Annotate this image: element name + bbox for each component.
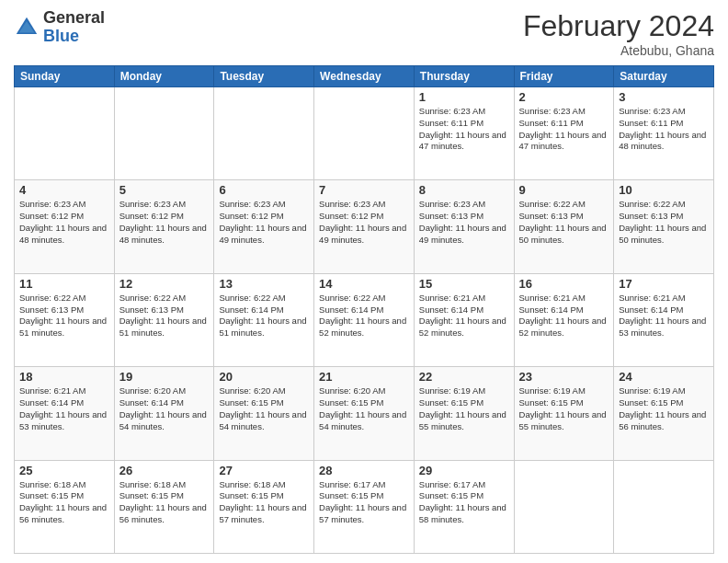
month-title: February 2024 [523,9,714,43]
day-info: Sunrise: 6:19 AMSunset: 6:15 PMDaylight:… [419,385,509,432]
day-number: 19 [119,370,210,384]
calendar-week-row: 4Sunrise: 6:23 AMSunset: 6:12 PMDaylight… [15,180,714,273]
day-info: Sunrise: 6:23 AMSunset: 6:11 PMDaylight:… [619,106,709,153]
location: Atebubu, Ghana [523,43,714,58]
day-info: Sunrise: 6:18 AMSunset: 6:15 PMDaylight:… [119,479,210,526]
calendar-cell [114,87,214,180]
day-number: 3 [619,90,709,104]
day-number: 4 [19,183,109,197]
calendar-cell: 3Sunrise: 6:23 AMSunset: 6:11 PMDaylight… [614,87,714,180]
day-header-friday: Friday [514,66,614,87]
day-info: Sunrise: 6:23 AMSunset: 6:11 PMDaylight:… [519,106,609,153]
day-number: 1 [419,90,509,104]
day-info: Sunrise: 6:17 AMSunset: 6:15 PMDaylight:… [319,479,409,526]
day-number: 27 [219,464,309,477]
calendar-cell: 22Sunrise: 6:19 AMSunset: 6:15 PMDayligh… [414,367,514,460]
day-info: Sunrise: 6:19 AMSunset: 6:15 PMDaylight:… [619,385,709,432]
day-info: Sunrise: 6:22 AMSunset: 6:14 PMDaylight:… [319,293,409,339]
calendar-table: SundayMondayTuesdayWednesdayThursdayFrid… [14,65,714,554]
day-info: Sunrise: 6:23 AMSunset: 6:13 PMDaylight:… [419,199,509,246]
day-info: Sunrise: 6:21 AMSunset: 6:14 PMDaylight:… [419,293,509,339]
day-number: 14 [319,277,409,291]
calendar-cell: 24Sunrise: 6:19 AMSunset: 6:15 PMDayligh… [614,367,714,460]
calendar-cell: 4Sunrise: 6:23 AMSunset: 6:12 PMDaylight… [15,180,115,273]
calendar-cell: 2Sunrise: 6:23 AMSunset: 6:11 PMDaylight… [514,87,614,180]
day-info: Sunrise: 6:23 AMSunset: 6:11 PMDaylight:… [419,106,509,153]
calendar-week-row: 1Sunrise: 6:23 AMSunset: 6:11 PMDaylight… [15,87,714,180]
calendar-cell: 7Sunrise: 6:23 AMSunset: 6:12 PMDaylight… [314,180,415,273]
calendar-cell: 23Sunrise: 6:19 AMSunset: 6:15 PMDayligh… [514,367,614,460]
day-number: 8 [419,183,509,197]
calendar-cell: 18Sunrise: 6:21 AMSunset: 6:14 PMDayligh… [15,367,115,460]
day-header-thursday: Thursday [414,66,514,87]
calendar-cell: 19Sunrise: 6:20 AMSunset: 6:14 PMDayligh… [114,367,214,460]
calendar-cell [15,87,115,180]
day-number: 17 [619,277,709,291]
calendar-cell [214,87,314,180]
day-number: 23 [519,370,609,384]
calendar-cell: 25Sunrise: 6:18 AMSunset: 6:15 PMDayligh… [15,460,115,553]
day-number: 16 [519,277,609,291]
calendar-week-row: 11Sunrise: 6:22 AMSunset: 6:13 PMDayligh… [15,273,714,366]
day-number: 6 [219,183,309,197]
day-header-tuesday: Tuesday [214,66,314,87]
calendar-cell: 11Sunrise: 6:22 AMSunset: 6:13 PMDayligh… [15,273,115,366]
day-info: Sunrise: 6:22 AMSunset: 6:13 PMDaylight:… [519,199,609,246]
day-info: Sunrise: 6:20 AMSunset: 6:14 PMDaylight:… [119,385,210,432]
logo-general-text: General [43,8,105,27]
day-info: Sunrise: 6:22 AMSunset: 6:14 PMDaylight:… [219,293,309,339]
day-number: 11 [19,277,109,291]
day-number: 2 [519,90,609,104]
logo-blue-text: Blue [43,27,79,45]
day-info: Sunrise: 6:18 AMSunset: 6:15 PMDaylight:… [19,479,109,526]
calendar-cell: 29Sunrise: 6:17 AMSunset: 6:15 PMDayligh… [414,460,514,553]
day-number: 21 [319,370,409,384]
day-number: 18 [19,370,109,384]
day-header-saturday: Saturday [614,66,714,87]
calendar-cell: 28Sunrise: 6:17 AMSunset: 6:15 PMDayligh… [314,460,415,553]
calendar-cell: 14Sunrise: 6:22 AMSunset: 6:14 PMDayligh… [314,273,415,366]
day-info: Sunrise: 6:23 AMSunset: 6:12 PMDaylight:… [219,199,309,246]
calendar-cell: 8Sunrise: 6:23 AMSunset: 6:13 PMDaylight… [414,180,514,273]
calendar-cell: 20Sunrise: 6:20 AMSunset: 6:15 PMDayligh… [214,367,314,460]
calendar-header-row: SundayMondayTuesdayWednesdayThursdayFrid… [15,66,714,87]
day-number: 20 [219,370,309,384]
calendar-cell [314,87,415,180]
day-number: 29 [419,464,509,477]
day-number: 25 [19,464,109,477]
calendar-week-row: 25Sunrise: 6:18 AMSunset: 6:15 PMDayligh… [15,460,714,553]
day-info: Sunrise: 6:22 AMSunset: 6:13 PMDaylight:… [619,199,709,246]
calendar-cell [614,460,714,553]
day-info: Sunrise: 6:21 AMSunset: 6:14 PMDaylight:… [19,385,109,432]
calendar-cell: 1Sunrise: 6:23 AMSunset: 6:11 PMDaylight… [414,87,514,180]
day-number: 12 [119,277,210,291]
calendar-cell: 16Sunrise: 6:21 AMSunset: 6:14 PMDayligh… [514,273,614,366]
day-info: Sunrise: 6:21 AMSunset: 6:14 PMDaylight:… [519,293,609,339]
calendar-cell: 10Sunrise: 6:22 AMSunset: 6:13 PMDayligh… [614,180,714,273]
calendar-cell [514,460,614,553]
logo-icon [14,15,40,40]
day-info: Sunrise: 6:17 AMSunset: 6:15 PMDaylight:… [419,479,509,526]
day-number: 10 [619,183,709,197]
calendar-cell: 9Sunrise: 6:22 AMSunset: 6:13 PMDaylight… [514,180,614,273]
day-number: 22 [419,370,509,384]
day-number: 28 [319,464,409,477]
day-number: 26 [119,464,210,477]
calendar-cell: 21Sunrise: 6:20 AMSunset: 6:15 PMDayligh… [314,367,415,460]
day-number: 13 [219,277,309,291]
calendar-cell: 6Sunrise: 6:23 AMSunset: 6:12 PMDaylight… [214,180,314,273]
logo: General Blue [14,9,105,46]
calendar-cell: 5Sunrise: 6:23 AMSunset: 6:12 PMDaylight… [114,180,214,273]
day-number: 7 [319,183,409,197]
header: General Blue February 2024 Atebubu, Ghan… [14,9,714,58]
day-number: 5 [119,183,210,197]
day-info: Sunrise: 6:23 AMSunset: 6:12 PMDaylight:… [119,199,210,246]
page: General Blue February 2024 Atebubu, Ghan… [0,0,728,563]
day-info: Sunrise: 6:22 AMSunset: 6:13 PMDaylight:… [19,293,109,339]
calendar-cell: 12Sunrise: 6:22 AMSunset: 6:13 PMDayligh… [114,273,214,366]
day-info: Sunrise: 6:20 AMSunset: 6:15 PMDaylight:… [319,385,409,432]
day-info: Sunrise: 6:23 AMSunset: 6:12 PMDaylight:… [319,199,409,246]
day-info: Sunrise: 6:18 AMSunset: 6:15 PMDaylight:… [219,479,309,526]
day-info: Sunrise: 6:20 AMSunset: 6:15 PMDaylight:… [219,385,309,432]
day-info: Sunrise: 6:22 AMSunset: 6:13 PMDaylight:… [119,293,210,339]
